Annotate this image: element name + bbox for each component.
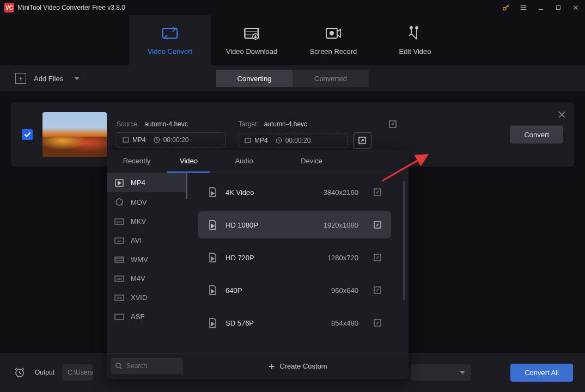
add-files-label: Add Files <box>34 75 63 83</box>
nav-video-download[interactable]: Video Download <box>211 15 292 65</box>
video-thumbnail[interactable] <box>42 112 107 157</box>
format-xvid[interactable]: XVIDXVID <box>107 288 187 307</box>
edit-preset-icon[interactable] <box>374 188 381 196</box>
format-sidebar[interactable]: MP4 MOV MKVMKV AVIAVI WMV M4VM4V XVIDXVI… <box>107 173 187 353</box>
remove-file-icon[interactable] <box>558 111 565 118</box>
source-format: MP4 <box>132 136 146 144</box>
format-mkv[interactable]: MKVMKV <box>107 212 187 231</box>
avi-icon: AVI <box>114 237 124 244</box>
popup-footer: Create Custom <box>107 353 409 379</box>
nav-label: Edit Video <box>399 47 431 56</box>
format-popup: Recently Video Audio Device MP4 MOV MKVM… <box>107 150 409 379</box>
format-label: AVI <box>131 236 142 244</box>
tab-recently[interactable]: Recently <box>107 150 167 173</box>
edit-preset-icon[interactable] <box>374 286 381 294</box>
tab-video[interactable]: Video <box>167 150 210 173</box>
edit-target-icon[interactable] <box>389 120 397 128</box>
source-duration: 00:00:20 <box>163 136 189 144</box>
edit-preset-icon[interactable] <box>374 254 381 261</box>
play-icon <box>208 253 218 262</box>
res-1080p[interactable]: HD 1080P 1920x1080 <box>198 211 391 238</box>
format-label: WMV <box>131 255 148 264</box>
minimize-icon[interactable] <box>536 3 546 13</box>
m4v-icon: M4V <box>114 275 124 282</box>
key-icon[interactable] <box>501 3 511 13</box>
tab-device[interactable]: Device <box>278 150 345 173</box>
source-info-box: MP4 00:00:20 <box>117 132 226 148</box>
play-icon <box>208 220 218 230</box>
convert-button[interactable]: Convert <box>510 126 563 144</box>
svg-rect-36 <box>115 314 124 320</box>
tab-audio[interactable]: Audio <box>210 150 278 173</box>
target-info-box: MP4 00:00:20 <box>239 133 348 148</box>
video-file-icon <box>114 179 124 187</box>
maximize-icon[interactable] <box>553 3 563 13</box>
nav-edit-video[interactable]: Edit Video <box>374 15 456 65</box>
format-label: MKV <box>131 217 146 225</box>
format-label: ASF <box>131 313 144 321</box>
resolution-list[interactable]: 4K Video 3840x2160 HD 1080P 1920x1080 HD… <box>187 173 409 353</box>
plus-icon: + <box>15 73 26 84</box>
source-label: Source: <box>117 120 139 128</box>
svg-rect-5 <box>557 6 560 10</box>
nav-label: Screen Record <box>310 47 357 56</box>
format-m4v[interactable]: M4VM4V <box>107 269 187 288</box>
res-dims: 3840x2160 <box>324 188 358 197</box>
output-path-field[interactable]: C:\Users <box>62 364 93 381</box>
wmv-icon <box>114 256 124 263</box>
svg-text:XVID: XVID <box>117 297 123 299</box>
nav-label: Video Download <box>226 47 277 56</box>
res-name: 640P <box>226 286 324 295</box>
menu-icon[interactable] <box>519 3 528 13</box>
res-640p[interactable]: 640P 960x640 <box>198 277 391 304</box>
target-format-expand-button[interactable] <box>353 132 371 149</box>
res-dims: 1920x1080 <box>324 221 358 229</box>
asf-icon <box>114 314 124 320</box>
target-duration: 00:00:20 <box>285 137 311 144</box>
format-wmv[interactable]: WMV <box>107 250 187 269</box>
record-icon <box>325 26 342 41</box>
nav-screen-record[interactable]: Screen Record <box>292 15 374 65</box>
format-mp4[interactable]: MP4 <box>107 173 187 192</box>
edit-preset-icon[interactable] <box>374 319 381 327</box>
create-custom-button[interactable]: Create Custom <box>187 353 409 379</box>
svg-text:MKV: MKV <box>117 220 123 223</box>
play-icon <box>208 187 218 197</box>
xvid-icon: XVID <box>114 295 124 301</box>
toolbar: + Add Files Converting Converted <box>0 65 585 91</box>
svg-rect-17 <box>245 138 251 143</box>
svg-text:AVI: AVI <box>117 239 121 242</box>
close-icon[interactable] <box>571 3 581 13</box>
format-asf[interactable]: ASF <box>107 307 187 326</box>
format-label: MP4 <box>131 179 145 187</box>
res-576p[interactable]: SD 576P 854x480 <box>198 309 391 336</box>
svg-point-42 <box>116 363 120 367</box>
popup-tabs: Recently Video Audio Device <box>107 150 409 173</box>
target-filename: autumn-4.hevc <box>264 120 307 128</box>
res-720p[interactable]: HD 720P 1280x720 <box>198 244 391 271</box>
output-dropdown[interactable] <box>411 364 471 381</box>
converted-tab[interactable]: Converted <box>292 70 369 87</box>
titlebar: VC MiniTool Video Converter Free v3.8.0 <box>0 0 585 15</box>
output-path-text: C:\Users <box>68 369 93 376</box>
convert-all-button[interactable]: Convert All <box>510 364 573 382</box>
format-mov[interactable]: MOV <box>107 192 187 212</box>
converting-tab[interactable]: Converting <box>216 70 292 87</box>
res-name: HD 720P <box>226 254 320 262</box>
file-checkbox[interactable] <box>22 129 33 140</box>
quicktime-icon <box>114 198 124 206</box>
res-name: SD 576P <box>226 319 324 327</box>
format-avi[interactable]: AVIAVI <box>107 231 187 250</box>
format-label: MOV <box>131 198 147 206</box>
res-name: HD 1080P <box>226 221 316 229</box>
add-files-button[interactable]: + Add Files <box>15 73 80 84</box>
nav-video-convert[interactable]: Video Convert <box>129 15 211 65</box>
edit-preset-icon[interactable] <box>374 221 381 229</box>
schedule-icon[interactable] <box>12 365 27 380</box>
mkv-icon: MKV <box>114 218 124 225</box>
svg-point-12 <box>330 32 333 35</box>
res-4k[interactable]: 4K Video 3840x2160 <box>198 179 391 206</box>
svg-line-43 <box>120 367 121 369</box>
source-filename: autumn-4.hevc <box>144 120 187 128</box>
search-icon <box>115 363 122 369</box>
